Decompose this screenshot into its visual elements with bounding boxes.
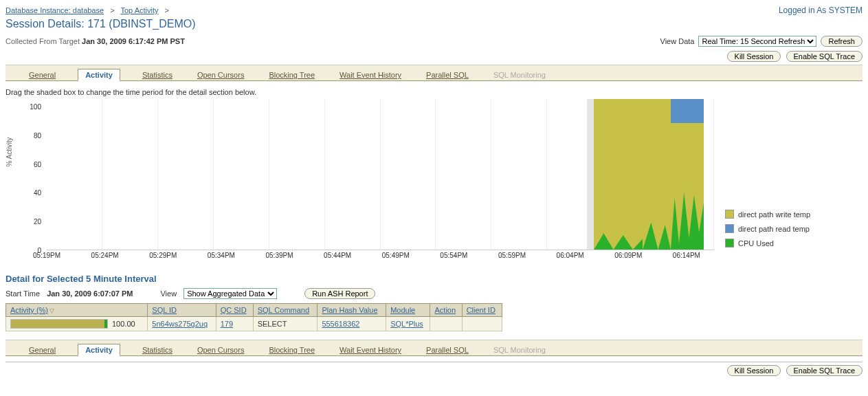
tab-activity-bottom[interactable]: Activity [78, 344, 120, 356]
sql-command-cell: SELECT [253, 317, 318, 331]
action-cell [430, 317, 462, 331]
tabstrip-bottom: General Activity Statistics Open Cursors… [5, 340, 863, 356]
collected-from-target: Collected From Target Jan 30, 2009 6:17:… [5, 37, 185, 45]
start-time-label: Start Time [5, 289, 40, 298]
drag-instruction: Drag the shaded box to change the time p… [5, 88, 863, 96]
chart-legend: direct path write temp direct path read … [714, 99, 863, 264]
col-activity[interactable]: Activity (%)▽ [6, 304, 148, 317]
tab-general[interactable]: General [26, 69, 58, 80]
run-ash-report-button[interactable]: Run ASH Report [304, 288, 375, 299]
kill-session-button-bottom[interactable]: Kill Session [727, 365, 781, 376]
logged-in-label: Logged in As SYSTEM [779, 6, 863, 15]
tabstrip-top: General Activity Statistics Open Cursors… [5, 65, 863, 81]
footer-separator [5, 362, 863, 362]
breadcrumb-sep-2: > [165, 6, 169, 14]
activity-bar [10, 319, 108, 329]
detail-table: Activity (%)▽ SQL ID QC SID SQL Command … [5, 303, 502, 331]
kill-session-button[interactable]: Kill Session [727, 51, 781, 62]
tab-open-cursors-bottom[interactable]: Open Cursors [194, 344, 247, 355]
enable-sql-trace-button-bottom[interactable]: Enable SQL Trace [786, 365, 863, 376]
col-module[interactable]: Module [386, 304, 430, 317]
plot-area[interactable] [47, 99, 714, 250]
tab-wait-event-history-bottom[interactable]: Wait Event History [337, 344, 404, 355]
breadcrumb-db-instance[interactable]: Database Instance: database [5, 6, 104, 14]
y-axis-title: % Activity [5, 138, 13, 167]
detail-view-label: View [160, 289, 177, 298]
tab-open-cursors[interactable]: Open Cursors [194, 69, 247, 80]
detail-view-select[interactable]: Show Aggregated Data [183, 288, 277, 299]
y-ticks: 0 20 40 60 80 100 [23, 99, 44, 250]
swatch-write-temp [725, 210, 734, 219]
view-data-label: View Data [660, 37, 695, 45]
col-sql-command[interactable]: SQL Command [253, 304, 318, 317]
detail-section-title: Detail for Selected 5 Minute Interval [5, 274, 863, 284]
tab-sql-monitoring-bottom: SQL Monitoring [491, 344, 548, 355]
table-row: 100.00 5n64ws275g2uq 179 SELECT 55561836… [6, 317, 502, 331]
tab-parallel-sql-bottom[interactable]: Parallel SQL [423, 344, 471, 355]
tab-blocking-tree[interactable]: Blocking Tree [266, 69, 318, 80]
enable-sql-trace-button[interactable]: Enable SQL Trace [786, 51, 863, 62]
tab-blocking-tree-bottom[interactable]: Blocking Tree [266, 344, 318, 355]
tab-general-bottom[interactable]: General [26, 344, 58, 355]
module-link[interactable]: SQL*Plus [390, 320, 423, 328]
swatch-read-temp [725, 224, 734, 233]
breadcrumb-sep-1: > [110, 6, 114, 14]
collected-timestamp: Jan 30, 2009 6:17:42 PM PST [82, 37, 185, 45]
tab-statistics[interactable]: Statistics [140, 69, 175, 80]
x-ticks: 05:19PM05:24PM 05:29PM05:34PM 05:39PM05:… [47, 252, 714, 264]
tab-parallel-sql[interactable]: Parallel SQL [423, 69, 471, 80]
col-client-id[interactable]: Client ID [462, 304, 502, 317]
activity-pct: 100.00 [112, 320, 135, 328]
tab-sql-monitoring: SQL Monitoring [491, 69, 548, 80]
tab-statistics-bottom[interactable]: Statistics [140, 344, 175, 355]
start-time-value: Jan 30, 2009 6:07:07 PM [47, 289, 133, 298]
refresh-button[interactable]: Refresh [821, 36, 863, 47]
page-title: Session Details: 171 (DBINST_DEMO) [5, 18, 863, 30]
tab-activity[interactable]: Activity [78, 69, 120, 81]
activity-chart[interactable]: % Activity 0 20 40 60 80 100 [23, 99, 863, 264]
swatch-cpu-used [725, 239, 734, 248]
sql-id-link[interactable]: 5n64ws275g2uq [152, 320, 208, 328]
client-id-cell [462, 317, 502, 331]
plan-hash-link[interactable]: 555618362 [322, 320, 359, 328]
col-sql-id[interactable]: SQL ID [148, 304, 216, 317]
col-qc-sid[interactable]: QC SID [216, 304, 253, 317]
sort-desc-icon: ▽ [49, 307, 54, 314]
tab-wait-event-history[interactable]: Wait Event History [337, 69, 404, 80]
view-data-select[interactable]: Real Time: 15 Second Refresh [698, 36, 816, 47]
qc-sid-link[interactable]: 179 [221, 320, 233, 328]
breadcrumb-bar: Database Instance: database > Top Activi… [5, 6, 863, 15]
breadcrumb-top-activity[interactable]: Top Activity [120, 6, 158, 14]
col-plan-hash[interactable]: Plan Hash Value [318, 304, 386, 317]
collected-label: Collected From Target [5, 37, 80, 45]
col-action[interactable]: Action [430, 304, 462, 317]
